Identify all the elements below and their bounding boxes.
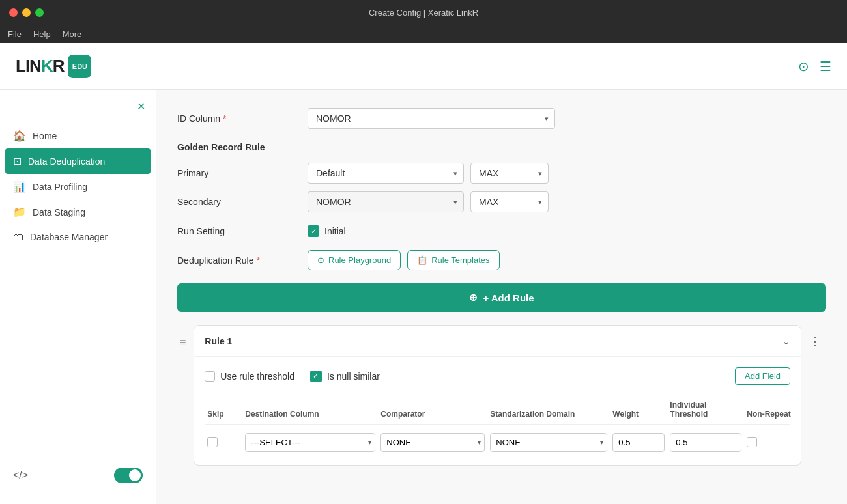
sidebar: ✕ 🏠 Home ⊡ Data Deduplication 📊 Data Pro… bbox=[0, 90, 156, 504]
rule-more-icon[interactable]: ⋮ bbox=[809, 325, 826, 348]
menu-file[interactable]: File bbox=[8, 29, 22, 39]
toggle-knob bbox=[129, 469, 141, 481]
sidebar-item-data-staging[interactable]: 📁 Data Staging bbox=[0, 199, 156, 225]
individual-threshold-input[interactable] bbox=[670, 433, 741, 452]
rule-card: Rule 1 ⌄ Use rule threshold ✓ Is bbox=[194, 325, 801, 466]
th-individual-threshold: Individual Threshold bbox=[670, 400, 741, 419]
weight-input[interactable] bbox=[612, 433, 665, 452]
table-header: Skip Destination Column Comparator Stand… bbox=[205, 395, 790, 425]
sidebar-item-label: Database Manager bbox=[30, 232, 108, 242]
id-column-select-wrapper: NOMOR ▾ bbox=[308, 108, 555, 129]
th-comparator: Comparator bbox=[380, 400, 485, 419]
rule-buttons: ⊙ Rule Playground 📋 Rule Templates bbox=[308, 250, 500, 270]
initial-checkbox[interactable]: ✓ bbox=[308, 225, 319, 237]
use-rule-threshold-label[interactable]: Use rule threshold bbox=[205, 371, 294, 382]
maximize-window-dot[interactable] bbox=[35, 8, 44, 17]
sidebar-item-home[interactable]: 🏠 Home bbox=[0, 123, 156, 148]
secondary-select[interactable]: NOMOR bbox=[308, 191, 464, 212]
menubar: File Help More bbox=[0, 25, 847, 43]
cell-skip bbox=[207, 437, 240, 447]
primary-select[interactable]: Default bbox=[308, 163, 464, 184]
add-field-button[interactable]: Add Field bbox=[735, 367, 790, 385]
rule-playground-icon: ⊙ bbox=[317, 255, 324, 265]
non-repeat-checkbox[interactable] bbox=[747, 437, 757, 447]
cell-comparator: NONE bbox=[380, 433, 485, 452]
secondary-label: Secondary bbox=[177, 197, 308, 207]
profiling-icon: 📊 bbox=[13, 180, 26, 193]
cell-standardization: NONE bbox=[490, 433, 607, 452]
theme-toggle[interactable] bbox=[114, 468, 143, 483]
sidebar-item-data-dedup[interactable]: ⊡ Data Deduplication bbox=[5, 148, 151, 174]
rule-playground-button[interactable]: ⊙ Rule Playground bbox=[308, 250, 401, 270]
primary-label: Primary bbox=[177, 168, 308, 178]
use-rule-threshold-checkbox[interactable] bbox=[205, 371, 215, 382]
secondary-agg-wrapper: MAX ▾ bbox=[464, 191, 549, 212]
standardization-select[interactable]: NONE bbox=[490, 433, 607, 452]
sidebar-item-label: Data Profiling bbox=[33, 182, 87, 192]
menu-more[interactable]: More bbox=[63, 29, 82, 39]
golden-record-section: Golden Record Rule Primary Default ▾ MAX bbox=[177, 142, 826, 212]
id-column-select[interactable]: NOMOR bbox=[308, 108, 555, 129]
menu-help[interactable]: Help bbox=[33, 29, 51, 39]
logo: LINKR EDU bbox=[16, 55, 91, 78]
run-setting-label: Run Setting bbox=[177, 226, 308, 236]
use-rule-threshold-text: Use rule threshold bbox=[220, 371, 294, 382]
help-icon[interactable]: ⊙ bbox=[798, 59, 809, 74]
window-title: Create Config | Xeratic LinkR bbox=[369, 8, 478, 18]
app-container: LINKR EDU ⊙ ☰ ✕ 🏠 Home ⊡ D bbox=[0, 43, 847, 504]
sidebar-item-database-manager[interactable]: 🗃 Database Manager bbox=[0, 225, 156, 249]
cell-non-repeat bbox=[747, 437, 799, 447]
rule-title: Rule 1 bbox=[205, 336, 232, 346]
doc-icon[interactable]: ☰ bbox=[820, 59, 831, 74]
rule-playground-label: Rule Playground bbox=[328, 255, 391, 265]
minimize-window-dot[interactable] bbox=[22, 8, 31, 17]
th-weight: Weight bbox=[612, 400, 665, 419]
comparator-select[interactable]: NONE bbox=[380, 433, 485, 452]
rule-templates-label: Rule Templates bbox=[431, 255, 489, 265]
dedup-required-mark: * bbox=[256, 255, 259, 266]
rule-templates-button[interactable]: 📋 Rule Templates bbox=[407, 250, 499, 270]
header-icons: ⊙ ☰ bbox=[798, 59, 831, 74]
cell-individual-threshold bbox=[670, 433, 741, 452]
sidebar-item-data-profiling[interactable]: 📊 Data Profiling bbox=[0, 174, 156, 199]
add-rule-label: + Add Rule bbox=[483, 292, 534, 303]
initial-checkbox-label[interactable]: ✓ Initial bbox=[308, 225, 346, 237]
sidebar-nav: 🏠 Home ⊡ Data Deduplication 📊 Data Profi… bbox=[0, 123, 156, 457]
home-icon: 🏠 bbox=[13, 130, 26, 142]
rule-options: Use rule threshold ✓ Is null similar Add… bbox=[205, 367, 790, 385]
golden-record-label: Golden Record Rule bbox=[177, 142, 826, 152]
th-standardization-domain: Standarization Domain bbox=[490, 400, 607, 419]
skip-checkbox[interactable] bbox=[207, 437, 218, 447]
window-controls bbox=[9, 8, 44, 17]
run-setting-row: Run Setting ✓ Initial bbox=[177, 225, 826, 237]
destination-column-wrapper: ---SELECT--- bbox=[245, 433, 375, 452]
logo-badge: EDU bbox=[68, 55, 91, 78]
pin-icon[interactable]: ✕ bbox=[137, 100, 145, 113]
id-column-row: ID Column * NOMOR ▾ bbox=[177, 108, 826, 129]
primary-agg-select[interactable]: MAX bbox=[470, 163, 549, 184]
sidebar-top: ✕ bbox=[0, 100, 156, 123]
close-window-dot[interactable] bbox=[9, 8, 18, 17]
primary-row: Primary Default ▾ MAX ▾ bbox=[177, 163, 826, 184]
standardization-wrapper: NONE bbox=[490, 433, 607, 452]
is-null-similar-checkbox[interactable]: ✓ bbox=[310, 371, 322, 382]
secondary-select-wrapper: NOMOR ▾ bbox=[308, 191, 464, 212]
is-null-similar-text: Is null similar bbox=[327, 371, 380, 382]
add-field-label: Add Field bbox=[745, 371, 781, 381]
required-mark: * bbox=[223, 113, 226, 124]
is-null-similar-label[interactable]: ✓ Is null similar bbox=[310, 371, 380, 382]
dedup-rule-row: Deduplication Rule * ⊙ Rule Playground 📋… bbox=[177, 250, 826, 270]
id-column-label: ID Column * bbox=[177, 113, 308, 124]
rule-header: Rule 1 ⌄ bbox=[194, 326, 801, 357]
destination-column-select[interactable]: ---SELECT--- bbox=[245, 433, 375, 452]
secondary-row: Secondary NOMOR ▾ MAX ▾ bbox=[177, 191, 826, 212]
drag-handle-icon[interactable]: ≡ bbox=[177, 325, 186, 348]
collapse-icon[interactable]: ⌄ bbox=[782, 335, 790, 347]
sidebar-bottom: </> bbox=[0, 457, 156, 494]
comparator-wrapper: NONE bbox=[380, 433, 485, 452]
add-rule-button[interactable]: ⊕ + Add Rule bbox=[177, 283, 826, 312]
primary-select-wrapper: Default ▾ bbox=[308, 163, 464, 184]
th-destination-column: Destination Column bbox=[245, 400, 375, 419]
secondary-agg-select[interactable]: MAX bbox=[470, 191, 549, 212]
titlebar: Create Config | Xeratic LinkR bbox=[0, 0, 847, 25]
